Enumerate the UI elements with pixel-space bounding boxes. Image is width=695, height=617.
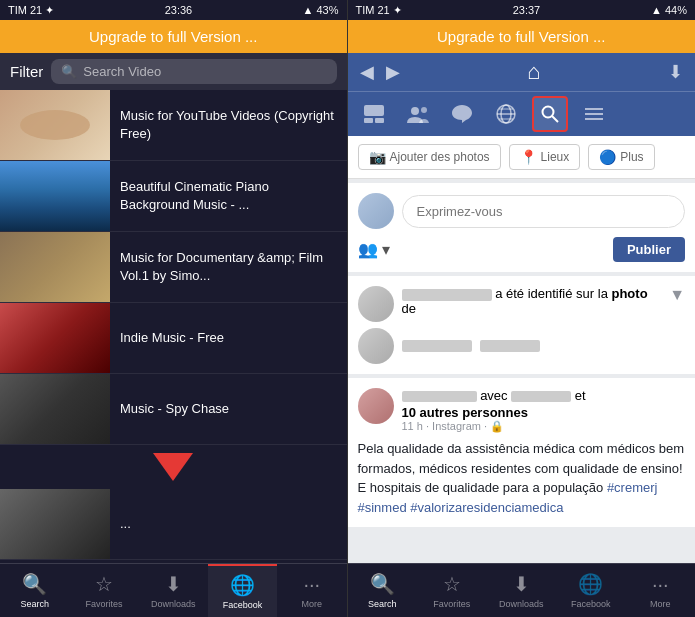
post-1-meta: a été identifié sur la photo de bbox=[402, 286, 662, 316]
post-1-photo-bold: photo bbox=[611, 286, 647, 301]
nav-item-downloads-right[interactable]: ⬇ Downloads bbox=[487, 564, 557, 617]
browser-nav-bar: ◀ ▶ ⌂ ⬇ bbox=[348, 53, 696, 91]
fb-content: 📷 Ajouter des photos 📍 Lieux 🔵 Plus 👥 ▾ … bbox=[348, 136, 696, 563]
video-title-4: Indie Music - Free bbox=[110, 329, 234, 347]
post-2-avatar bbox=[358, 388, 394, 424]
plus-icon: 🔵 bbox=[599, 149, 616, 165]
bottom-nav-right: 🔍 Search ☆ Favorites ⬇ Downloads 🌐 Faceb… bbox=[348, 563, 696, 617]
left-upgrade-banner[interactable]: Upgrade to full Version ... bbox=[0, 20, 347, 53]
filter-bar: Filter 🔍 Search Video bbox=[0, 53, 347, 90]
plus-label: Plus bbox=[620, 150, 643, 164]
nav-item-downloads-left[interactable]: ⬇ Downloads bbox=[139, 564, 208, 617]
fb-messages-icon[interactable] bbox=[444, 96, 480, 132]
post-1-expand-icon[interactable]: ▼ bbox=[669, 286, 685, 304]
video-list: Music for YouTube Videos (Copyright Free… bbox=[0, 90, 347, 563]
facebook-right-icon: 🌐 bbox=[578, 572, 603, 596]
search-video-placeholder: Search Video bbox=[83, 64, 161, 79]
list-item[interactable]: Music for Documentary &amp; Film Vol.1 b… bbox=[0, 232, 347, 303]
more-nav-label: More bbox=[302, 599, 323, 609]
list-item[interactable]: Music for YouTube Videos (Copyright Free… bbox=[0, 90, 347, 161]
favorites-right-label: Favorites bbox=[433, 599, 470, 609]
download-button[interactable]: ⬇ bbox=[668, 61, 683, 83]
video-thumb-1 bbox=[0, 90, 110, 160]
video-title-6: ... bbox=[110, 515, 141, 533]
nav-item-favorites-right[interactable]: ☆ Favorites bbox=[417, 564, 487, 617]
arrow-down-container bbox=[0, 445, 347, 489]
svg-rect-1 bbox=[364, 118, 373, 123]
fb-menu-icon[interactable] bbox=[576, 96, 612, 132]
lieux-button[interactable]: 📍 Lieux bbox=[509, 144, 581, 170]
post-2-et-text: et bbox=[575, 388, 586, 403]
more-right-label: More bbox=[650, 599, 671, 609]
post-1-avatar bbox=[358, 286, 394, 322]
nav-item-search-right[interactable]: 🔍 Search bbox=[348, 564, 418, 617]
video-title-3: Music for Documentary &amp; Film Vol.1 b… bbox=[110, 249, 347, 285]
video-thumb-4 bbox=[0, 303, 110, 373]
plus-button[interactable]: 🔵 Plus bbox=[588, 144, 654, 170]
downloads-right-icon: ⬇ bbox=[513, 572, 530, 596]
lieux-label: Lieux bbox=[541, 150, 570, 164]
left-panel: TIM 21 ✦ 23:36 ▲ 43% Upgrade to full Ver… bbox=[0, 0, 347, 617]
more-nav-icon: ··· bbox=[304, 573, 321, 596]
nav-item-favorites-left[interactable]: ☆ Favorites bbox=[69, 564, 138, 617]
right-upgrade-banner[interactable]: Upgrade to full Version ... bbox=[348, 20, 696, 53]
video-thumb-6 bbox=[0, 489, 110, 559]
nav-item-facebook-right[interactable]: 🌐 Facebook bbox=[556, 564, 626, 617]
fb-compose-area: 👥 ▾ Publier bbox=[348, 183, 696, 272]
add-photos-label: Ajouter des photos bbox=[390, 150, 490, 164]
add-photos-icon: 📷 bbox=[369, 149, 386, 165]
fb-friends-icon[interactable] bbox=[400, 96, 436, 132]
forward-button[interactable]: ▶ bbox=[386, 61, 400, 83]
back-button[interactable]: ◀ bbox=[360, 61, 374, 83]
fb-post-1: a été identifié sur la photo de ▼ bbox=[348, 276, 696, 374]
compose-footer: 👥 ▾ Publier bbox=[358, 237, 686, 262]
bottom-nav-left: 🔍 Search ☆ Favorites ⬇ Downloads 🌐 Faceb… bbox=[0, 563, 347, 617]
fb-search-icon[interactable] bbox=[532, 96, 568, 132]
search-right-icon: 🔍 bbox=[370, 572, 395, 596]
post-1-header: a été identifié sur la photo de ▼ bbox=[358, 286, 686, 322]
user-avatar-compose bbox=[358, 193, 394, 229]
list-item[interactable]: Beautiful Cinematic Piano Background Mus… bbox=[0, 161, 347, 232]
list-item[interactable]: ... bbox=[0, 489, 347, 560]
nav-item-more-right[interactable]: ··· More bbox=[626, 564, 696, 617]
lieux-icon: 📍 bbox=[520, 149, 537, 165]
post-1-photo-ref bbox=[358, 328, 686, 364]
post-1-name2-blurred bbox=[480, 340, 540, 352]
search-video-box[interactable]: 🔍 Search Video bbox=[51, 59, 336, 84]
post-1-ref-names bbox=[402, 340, 540, 352]
search-icon: 🔍 bbox=[61, 64, 77, 79]
post-2-body: Pela qualidade da assistência médica com… bbox=[358, 439, 686, 517]
post-1-name1-blurred bbox=[402, 340, 472, 352]
left-status-bar: TIM 21 ✦ 23:36 ▲ 43% bbox=[0, 0, 347, 20]
video-thumb-3 bbox=[0, 232, 110, 302]
post-2-names-line: avec et bbox=[402, 388, 686, 403]
facebook-nav-label: Facebook bbox=[223, 600, 263, 610]
filter-label: Filter bbox=[10, 63, 43, 80]
home-button[interactable]: ⌂ bbox=[527, 59, 540, 85]
left-carrier: TIM 21 ✦ bbox=[8, 4, 54, 17]
list-item[interactable]: Music - Spy Chase bbox=[0, 374, 347, 445]
nav-item-facebook-left[interactable]: 🌐 Facebook bbox=[208, 564, 277, 617]
svg-point-10 bbox=[542, 107, 553, 118]
right-status-bar: TIM 21 ✦ 23:37 ▲ 44% bbox=[348, 0, 696, 20]
nav-item-search-left[interactable]: 🔍 Search bbox=[0, 564, 69, 617]
svg-rect-0 bbox=[364, 105, 384, 116]
facebook-nav-icon: 🌐 bbox=[230, 573, 255, 597]
post-2-avec-text: avec bbox=[480, 388, 511, 403]
list-item[interactable]: Indie Music - Free bbox=[0, 303, 347, 374]
more-right-icon: ··· bbox=[652, 573, 669, 596]
post-2-name1-blurred bbox=[402, 391, 477, 402]
right-carrier: TIM 21 ✦ bbox=[356, 4, 402, 17]
search-right-label: Search bbox=[368, 599, 397, 609]
publish-button[interactable]: Publier bbox=[613, 237, 685, 262]
fb-globe-icon[interactable] bbox=[488, 96, 524, 132]
compose-input[interactable] bbox=[402, 195, 686, 228]
search-nav-label: Search bbox=[20, 599, 49, 609]
video-thumb-2 bbox=[0, 161, 110, 231]
fb-newsfeed-icon[interactable] bbox=[356, 96, 392, 132]
svg-point-3 bbox=[411, 107, 419, 115]
nav-item-more-left[interactable]: ··· More bbox=[277, 564, 346, 617]
downloads-nav-icon: ⬇ bbox=[165, 572, 182, 596]
add-photos-button[interactable]: 📷 Ajouter des photos bbox=[358, 144, 501, 170]
post-1-de-text: de bbox=[402, 301, 416, 316]
